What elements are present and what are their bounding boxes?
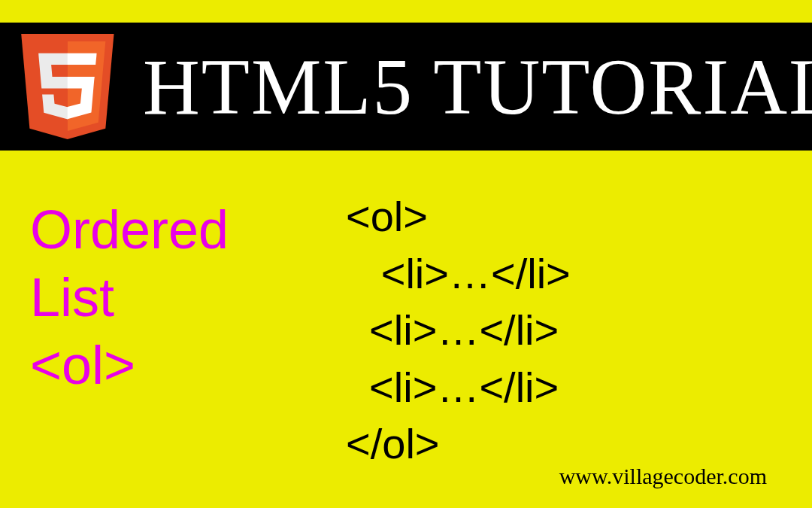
code-line-2: <li>…</li>	[346, 245, 782, 303]
html5-logo-icon	[15, 26, 120, 147]
topic-line-1: Ordered	[30, 196, 316, 263]
code-line-4: <li>…</li>	[346, 359, 782, 416]
code-line-3: <li>…</li>	[346, 302, 782, 359]
content-area: Ordered List <ol> <ol> <li>…</li> <li>…<…	[0, 173, 812, 488]
code-column: <ol> <li>…</li> <li>…</li> <li>…</li> </…	[316, 188, 782, 473]
topic-line-3: <ol>	[30, 331, 316, 399]
footer-url: www.villagecoder.com	[559, 464, 767, 489]
code-line-1: <ol>	[346, 188, 782, 245]
topic-line-2: List	[30, 263, 316, 331]
header-bar: HTML5 TUTORIAL	[0, 23, 812, 151]
page-title: HTML5 TUTORIAL	[143, 41, 812, 132]
topic-column: Ordered List <ol>	[30, 188, 316, 473]
